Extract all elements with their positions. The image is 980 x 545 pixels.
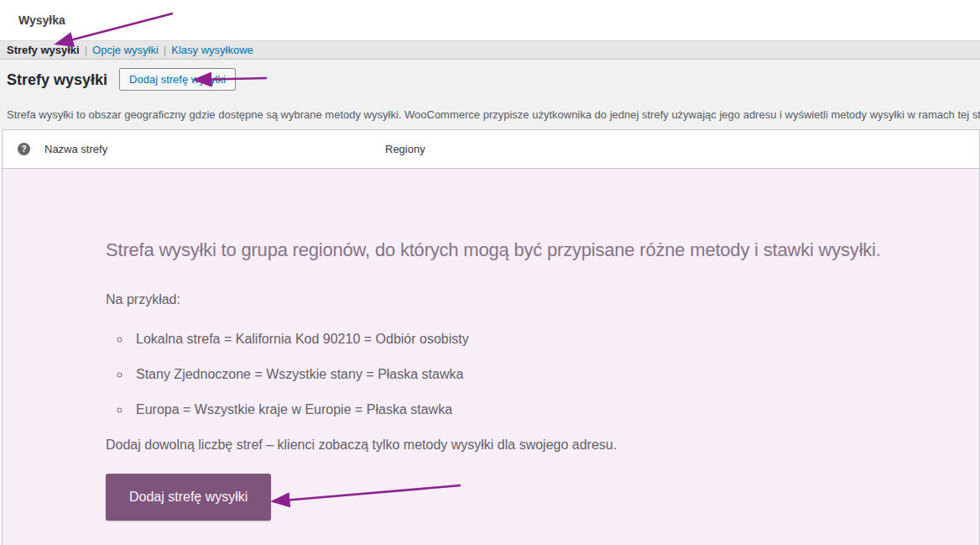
empty-state-note: Dodaj dowolną liczbę stref – klienci zob…	[106, 438, 979, 453]
list-item: Stany Zjednoczone = Wszystkie stany = Pł…	[131, 367, 979, 382]
column-header-zone-name: Nazwa strefy	[44, 143, 107, 155]
add-shipping-zone-button-top[interactable]: Dodaj strefę wysyłki	[119, 68, 236, 91]
tab-shipping-zones[interactable]: Strefy wysyłki	[7, 44, 80, 56]
shipping-zones-table: ? Nazwa strefy Regiony Strefa wysyłki to…	[2, 129, 980, 545]
column-header-regions: Regiony	[385, 143, 425, 155]
help-icon[interactable]: ?	[18, 143, 30, 155]
tab-shipping-classes[interactable]: Klasy wysyłkowe	[171, 44, 253, 56]
section-heading: Strefy wysyłki	[7, 69, 107, 91]
tab-shipping-options[interactable]: Opcje wysyłki	[92, 44, 159, 56]
page-title: Wysyłka	[18, 13, 65, 27]
list-item: Europa = Wszystkie kraje w Europie = Pła…	[131, 402, 979, 417]
empty-state-heading: Strefa wysyłki to grupa regionów, do któ…	[106, 169, 979, 261]
settings-tab-bar: Strefy wysyłki | Opcje wysyłki | Klasy w…	[0, 40, 980, 60]
section-description: Strefa wysyłki to obszar geograficzny gd…	[7, 108, 980, 121]
top-bar: Wysyłka	[0, 0, 980, 40]
list-item: Lokalna strefa = Kalifornia Kod 90210 = …	[131, 332, 979, 347]
tab-separator: |	[85, 44, 87, 56]
empty-state-example-list: Lokalna strefa = Kalifornia Kod 90210 = …	[131, 332, 979, 417]
empty-state-intro: Na przykład:	[106, 292, 979, 307]
settings-header-section: Strefy wysyłki Dodaj strefę wysyłki Stre…	[0, 60, 980, 129]
shipping-settings-page: Wysyłka Strefy wysyłki | Opcje wysyłki |…	[0, 0, 980, 545]
table-header-row: ? Nazwa strefy Regiony	[3, 130, 979, 169]
tab-separator: |	[164, 44, 166, 56]
add-shipping-zone-button-main[interactable]: Dodaj strefę wysyłki	[106, 474, 271, 521]
empty-state-panel: Strefa wysyłki to grupa regionów, do któ…	[3, 169, 979, 545]
